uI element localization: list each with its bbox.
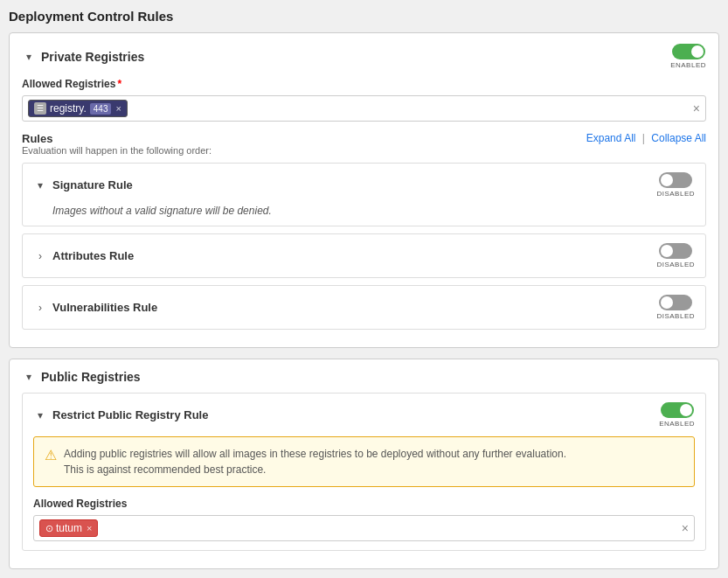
- public-registries-section: ▾ Public Registries ▾ Restrict Public Re…: [9, 359, 719, 569]
- warning-box: ⚠ Adding public registries will allow al…: [33, 436, 695, 487]
- rules-label-group: Rules Evaluation will happen in the foll…: [22, 132, 211, 156]
- public-registry-tag-close[interactable]: ×: [87, 523, 92, 533]
- attributes-rule-toggle[interactable]: [659, 243, 692, 259]
- private-registries-header: ▾ Private Registries ENABLED: [22, 44, 706, 69]
- public-registries-header: ▾ Public Registries: [22, 370, 706, 384]
- signature-rule-toggle-label: DISABLED: [656, 190, 695, 198]
- rules-top-row: Rules Evaluation will happen in the foll…: [22, 132, 706, 156]
- attributes-rule-toggle-label: DISABLED: [656, 261, 695, 268]
- public-allowed-registries-label: Allowed Registries: [33, 498, 695, 510]
- vulnerabilities-rule-toggle-label: DISABLED: [656, 312, 695, 320]
- vulnerabilities-rule-toggle-knob: [661, 296, 673, 309]
- attributes-rule-header: › Attributes Rule DISABLED: [33, 243, 695, 268]
- page-title: Deployment Control Rules: [9, 9, 719, 24]
- vulnerabilities-rule-card: › Vulnerabilities Rule DISABLED: [22, 285, 706, 330]
- registry-tag: ☰ registry. 443 ×: [28, 100, 128, 117]
- signature-rule-card: ▾ Signature Rule DISABLED Images without…: [22, 163, 706, 226]
- vulnerabilities-rule-title: Vulnerabilities Rule: [52, 301, 656, 314]
- vulnerabilities-rule-toggle-container: DISABLED: [656, 295, 695, 320]
- public-registry-rule-card: ▾ Restrict Public Registry Rule ENABLED …: [22, 393, 706, 551]
- vulnerabilities-rule-chevron[interactable]: ›: [33, 301, 47, 315]
- allowed-registries-field: Allowed Registries* ☰ registry. 443 × ×: [22, 78, 706, 122]
- public-registry-tag-icon: ⊙: [45, 523, 53, 534]
- private-registries-toggle[interactable]: [672, 44, 705, 59]
- registry-tag-icon: ☰: [34, 102, 46, 115]
- signature-rule-toggle[interactable]: [659, 172, 692, 188]
- registry-tag-badge: 443: [90, 103, 112, 115]
- public-registry-tag: ⊙ tutum ×: [39, 519, 98, 537]
- public-registry-rule-toggle[interactable]: [661, 402, 694, 418]
- attributes-rule-toggle-container: DISABLED: [656, 243, 695, 268]
- signature-rule-title: Signature Rule: [52, 178, 656, 192]
- warning-line2: This is against recommended best practic…: [64, 462, 566, 477]
- private-registries-chevron[interactable]: ▾: [22, 50, 36, 64]
- public-tag-input-clear[interactable]: ×: [682, 521, 689, 535]
- rules-subtitle: Evaluation will happen in the following …: [22, 145, 211, 156]
- warning-line1: Adding public registries will allow all …: [64, 446, 566, 462]
- public-registry-rule-chevron[interactable]: ▾: [33, 408, 47, 422]
- rules-section: Rules Evaluation will happen in the foll…: [22, 132, 706, 330]
- public-allowed-registries-field: Allowed Registries ⊙ tutum × ×: [33, 498, 695, 541]
- registry-tag-close[interactable]: ×: [115, 103, 121, 114]
- public-registry-rule-toggle-knob: [680, 404, 692, 416]
- private-registries-toggle-label: ENABLED: [670, 61, 706, 69]
- private-registries-section: ▾ Private Registries ENABLED Allowed Reg…: [9, 32, 719, 348]
- public-registry-tag-name: tutum: [56, 522, 82, 534]
- rules-title: Rules: [22, 132, 211, 145]
- signature-rule-header: ▾ Signature Rule DISABLED: [33, 172, 695, 198]
- attributes-rule-toggle-knob: [661, 245, 673, 257]
- warning-text: Adding public registries will allow all …: [64, 446, 566, 477]
- vulnerabilities-rule-header: › Vulnerabilities Rule DISABLED: [33, 295, 695, 320]
- attributes-rule-title: Attributes Rule: [52, 249, 656, 262]
- attributes-rule-chevron[interactable]: ›: [33, 249, 47, 263]
- warning-icon: ⚠: [45, 447, 57, 463]
- expand-all-link[interactable]: Expand All: [586, 132, 636, 144]
- signature-rule-toggle-container: DISABLED: [656, 172, 695, 198]
- signature-rule-toggle-knob: [661, 174, 673, 186]
- public-registry-rule-toggle-label: ENABLED: [659, 420, 695, 428]
- signature-rule-description: Images without a valid signature will be…: [33, 205, 695, 217]
- public-registry-rule-toggle-container: ENABLED: [659, 402, 695, 428]
- signature-rule-chevron[interactable]: ▾: [33, 178, 47, 192]
- public-registries-chevron[interactable]: ▾: [22, 370, 36, 384]
- vulnerabilities-rule-toggle[interactable]: [659, 295, 692, 310]
- tag-input-clear[interactable]: ×: [693, 101, 700, 115]
- allowed-registries-label: Allowed Registries*: [22, 78, 706, 90]
- allowed-registries-input[interactable]: ☰ registry. 443 × ×: [22, 95, 706, 122]
- collapse-all-link[interactable]: Collapse All: [651, 132, 706, 144]
- registry-tag-name: registry.: [50, 102, 87, 115]
- public-allowed-registries-input[interactable]: ⊙ tutum × ×: [33, 515, 695, 541]
- private-registries-toggle-knob: [691, 45, 704, 58]
- private-registries-title: Private Registries: [41, 50, 670, 64]
- public-registries-title: Public Registries: [41, 370, 706, 384]
- private-registries-toggle-container: ENABLED: [670, 44, 706, 69]
- expand-collapse-links: Expand All | Collapse All: [586, 132, 706, 144]
- attributes-rule-card: › Attributes Rule DISABLED: [22, 233, 706, 278]
- public-registry-rule-header: ▾ Restrict Public Registry Rule ENABLED: [33, 402, 695, 428]
- public-registry-rule-title: Restrict Public Registry Rule: [52, 408, 659, 421]
